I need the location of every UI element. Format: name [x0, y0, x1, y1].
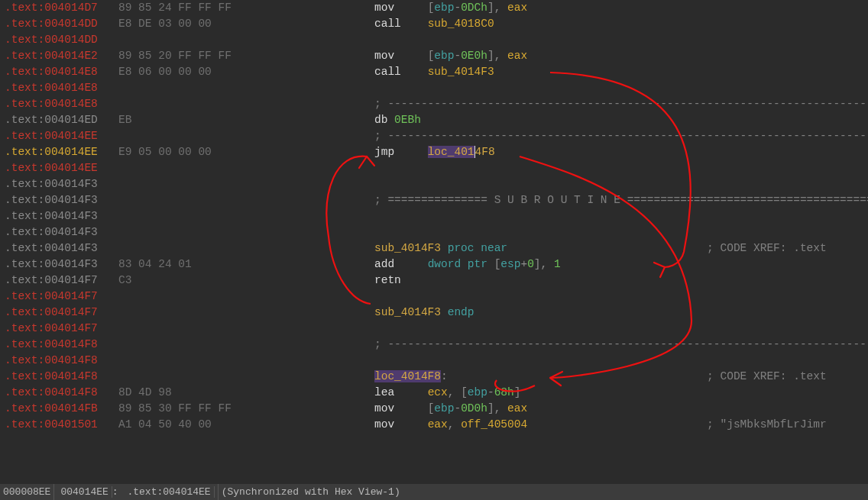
- addr-cell: .text:004014E8: [0, 96, 118, 112]
- disasm-row[interactable]: .text:004014E8E8 06 00 00 00call sub_401…: [0, 64, 868, 80]
- code-cell: mov [ebp-0D0h], eax: [374, 401, 868, 417]
- bytes-cell: A1 04 50 40 00: [118, 417, 374, 433]
- status-bar: 000008EE 004014EE: .text:004014EE (Synch…: [0, 484, 868, 500]
- addr-cell: .text:004014EE: [0, 160, 118, 176]
- addr-cell: .text:004014F3: [0, 192, 118, 208]
- disasm-row[interactable]: .text:004014F3; =============== S U B R …: [0, 192, 868, 208]
- bytes-cell: [118, 240, 374, 256]
- disasm-row[interactable]: .text:004014F7C3retn: [0, 273, 868, 289]
- addr-cell: .text:004014F3: [0, 256, 118, 273]
- bytes-cell: [118, 289, 374, 305]
- xref-comment: ; CODE XREF: .text: [707, 370, 827, 382]
- disasm-row[interactable]: .text:004014F8loc_4014F8: ; CODE XREF: .…: [0, 369, 868, 385]
- code-cell: [374, 353, 868, 369]
- bytes-cell: 8D 4D 98: [118, 385, 374, 401]
- bytes-cell: [118, 321, 374, 337]
- code-cell: ; --------------------------------------…: [374, 337, 868, 353]
- disasm-row[interactable]: .text:004014F3: [0, 224, 868, 240]
- code-cell: [374, 289, 868, 305]
- addr-cell: .text:004014E8: [0, 80, 118, 96]
- code-cell: sub_4014F3 proc near ; CODE XREF: .text: [374, 240, 868, 256]
- code-cell: [374, 224, 868, 240]
- code-cell: ; =============== S U B R O U T I N E ==…: [374, 192, 868, 208]
- addr-cell: .text:004014ED: [0, 112, 118, 128]
- addr-cell: .text:004014E8: [0, 64, 118, 80]
- addr-cell: .text:004014D7: [0, 0, 118, 16]
- bytes-cell: [118, 192, 374, 208]
- addr-cell: .text:004014F8: [0, 369, 118, 385]
- code-cell: add dword ptr [esp+0], 1: [374, 256, 868, 273]
- disasm-row[interactable]: .text:004014DD: [0, 32, 868, 48]
- addr-cell: .text:004014F7: [0, 321, 118, 337]
- disasm-row[interactable]: .text:004014F8; ------------------------…: [0, 337, 868, 353]
- disasm-row[interactable]: .text:004014E8: [0, 80, 868, 96]
- disasm-row[interactable]: .text:004014F3: [0, 176, 868, 192]
- bytes-cell: [118, 369, 374, 385]
- addr-cell: .text:00401501: [0, 417, 118, 433]
- disasm-row[interactable]: .text:004014F3sub_4014F3 proc near ; COD…: [0, 240, 868, 256]
- bytes-cell: C3: [118, 273, 374, 289]
- addr-cell: .text:004014E2: [0, 48, 118, 64]
- code-cell: mov [ebp-0DCh], eax: [374, 0, 868, 16]
- disasm-row[interactable]: .text:004014F383 04 24 01add dword ptr […: [0, 256, 868, 273]
- disasm-row[interactable]: .text:004014EEE9 05 00 00 00jmp loc_4014…: [0, 144, 868, 160]
- code-cell: call sub_4018C0: [374, 16, 868, 32]
- disassembly-view[interactable]: .text:004014D789 85 24 FF FF FFmov [ebp-…: [0, 0, 868, 484]
- disasm-row[interactable]: .text:004014F8: [0, 353, 868, 369]
- status-addr: 004014EE: .text:004014EE: [54, 484, 218, 500]
- addr-cell: .text:004014F3: [0, 224, 118, 240]
- code-cell: mov eax, off_405004 ; "jsMbksMbfLrJimr: [374, 417, 868, 433]
- disasm-row[interactable]: .text:004014F3: [0, 208, 868, 224]
- addr-cell: .text:004014F7: [0, 305, 118, 321]
- addr-cell: .text:004014F7: [0, 289, 118, 305]
- code-cell: db 0EBh: [374, 112, 868, 128]
- bytes-cell: [118, 176, 374, 192]
- bytes-cell: E8 DE 03 00 00: [118, 16, 374, 32]
- addr-cell: .text:004014F7: [0, 273, 118, 289]
- addr-cell: .text:004014F8: [0, 353, 118, 369]
- bytes-cell: 89 85 24 FF FF FF: [118, 0, 374, 16]
- disasm-row[interactable]: .text:004014DDE8 DE 03 00 00call sub_401…: [0, 16, 868, 32]
- code-cell: ; --------------------------------------…: [374, 96, 868, 112]
- disasm-row[interactable]: .text:004014EE: [0, 160, 868, 176]
- disasm-row[interactable]: .text:004014FB89 85 30 FF FF FFmov [ebp-…: [0, 401, 868, 417]
- bytes-cell: [118, 224, 374, 240]
- bytes-cell: [118, 128, 374, 144]
- code-cell: jmp loc_4014F8: [374, 144, 868, 160]
- code-cell: call sub_4014F3: [374, 64, 868, 80]
- addr-cell: .text:004014FB: [0, 401, 118, 417]
- disasm-row[interactable]: .text:004014F7sub_4014F3 endp: [0, 305, 868, 321]
- bytes-cell: [118, 80, 374, 96]
- bytes-cell: E8 06 00 00 00: [118, 64, 374, 80]
- bytes-cell: [118, 160, 374, 176]
- code-cell: ; --------------------------------------…: [374, 128, 868, 144]
- bytes-cell: E9 05 00 00 00: [118, 144, 374, 160]
- addr-cell: .text:004014EE: [0, 128, 118, 144]
- addr-cell: .text:004014F3: [0, 240, 118, 256]
- addr-cell: .text:004014F8: [0, 385, 118, 401]
- bytes-cell: [118, 32, 374, 48]
- disasm-row[interactable]: .text:004014F7: [0, 321, 868, 337]
- disasm-row[interactable]: .text:004014E289 85 20 FF FF FFmov [ebp-…: [0, 48, 868, 64]
- bytes-cell: EB: [118, 112, 374, 128]
- disasm-row[interactable]: .text:00401501A1 04 50 40 00mov eax, off…: [0, 417, 868, 433]
- bytes-cell: [118, 337, 374, 353]
- disasm-row[interactable]: .text:004014F88D 4D 98lea ecx, [ebp-68h]: [0, 385, 868, 401]
- bytes-cell: [118, 96, 374, 112]
- code-cell: mov [ebp-0E0h], eax: [374, 48, 868, 64]
- xref-comment: ; "jsMbksMbfLrJimr: [707, 418, 827, 431]
- code-cell: [374, 80, 868, 96]
- disasm-row[interactable]: .text:004014F7: [0, 289, 868, 305]
- bytes-cell: 89 85 20 FF FF FF: [118, 48, 374, 64]
- disasm-row[interactable]: .text:004014EDEBdb 0EBh: [0, 112, 868, 128]
- bytes-cell: [118, 353, 374, 369]
- disasm-row[interactable]: .text:004014D789 85 24 FF FF FFmov [ebp-…: [0, 0, 868, 16]
- xref-comment: ; CODE XREF: .text: [707, 242, 827, 254]
- disasm-row[interactable]: .text:004014E8; ------------------------…: [0, 96, 868, 112]
- addr-cell: .text:004014DD: [0, 32, 118, 48]
- code-cell: [374, 321, 868, 337]
- bytes-cell: [118, 208, 374, 224]
- disasm-row[interactable]: .text:004014EE; ------------------------…: [0, 128, 868, 144]
- code-cell: [374, 160, 868, 176]
- status-sync: (Synchronized with Hex View-1): [219, 484, 403, 500]
